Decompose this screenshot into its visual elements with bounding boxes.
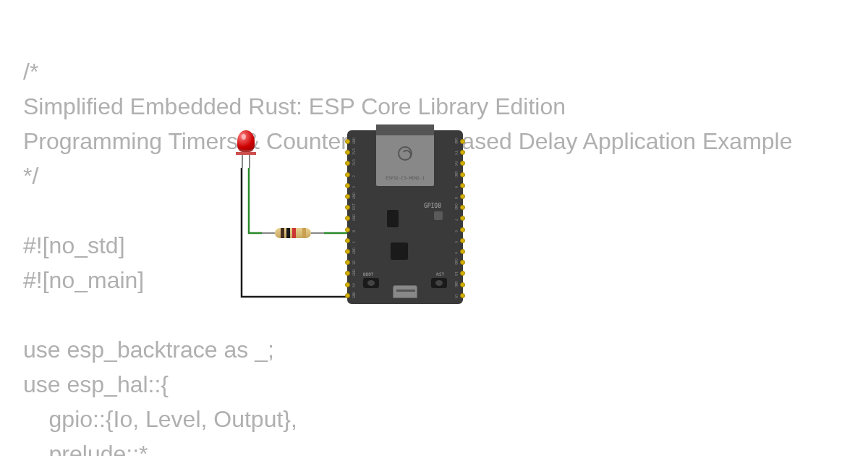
pin-right-4 (460, 183, 465, 188)
code-line-10: use esp_hal::{ (23, 371, 169, 397)
espressif-logo-icon (398, 146, 412, 161)
pin-right-label-2: RX (454, 161, 459, 166)
resistor-band-1 (281, 228, 284, 238)
pin-right-14 (460, 293, 465, 298)
pin-right-8 (460, 227, 465, 232)
usb-controller-chip (391, 242, 408, 260)
resistor-band-4 (302, 228, 306, 238)
pin-right-label-9: 5 (454, 241, 459, 243)
pin-right-12 (460, 271, 465, 276)
pin-left-label-1: 3V3 (352, 148, 356, 155)
resistor-component (275, 228, 311, 238)
pin-left-label-7: GND (352, 214, 356, 221)
pin-right-7 (460, 216, 465, 221)
code-line-7: #![no_main] (23, 267, 144, 293)
pin-left-12 (345, 271, 350, 276)
pin-left-label-5: GND (352, 193, 356, 199)
led-anode-leg (249, 155, 250, 168)
pin-right-9 (460, 238, 465, 243)
pin-right-10 (460, 249, 465, 254)
code-line-4: */ (23, 163, 38, 189)
pin-left-label-6: RST (352, 203, 356, 210)
led-component (237, 130, 256, 155)
pin-left-label-8: 0 (352, 230, 356, 232)
pin-left-0 (345, 139, 350, 144)
pin-left-label-3: 2 (352, 175, 356, 177)
led-cathode-leg (242, 155, 243, 168)
code-line-6: #![no_std] (23, 232, 125, 258)
chip-name-label: ESP32-C3-MINI-1 (376, 175, 434, 180)
pin-right-label-5: 8 (454, 197, 459, 199)
pin-left-1 (345, 150, 350, 155)
pin-left-5 (345, 194, 350, 199)
code-line-1: /* (23, 59, 38, 85)
pin-right-13 (460, 282, 465, 287)
pin-right-6 (460, 205, 465, 210)
pin-left-8 (345, 227, 350, 232)
pin-left-label-4: 3 (352, 186, 356, 188)
pin-left-9 (345, 238, 350, 243)
pin-right-label-1: TX (454, 151, 459, 155)
pin-right-11 (460, 260, 465, 265)
pin-left-label-14: GND (352, 292, 356, 298)
pin-left-13 (345, 282, 350, 287)
pin-right-label-11: GND (454, 258, 459, 265)
code-line-11: gpio::{Io, Level, Output}, (23, 406, 297, 432)
pin-right-label-8: 6 (454, 230, 459, 232)
pin-right-0 (460, 139, 465, 144)
pin-left-7 (345, 216, 350, 221)
pin-right-label-4: 9 (454, 186, 459, 188)
esp32-chip-module: ESP32-C3-MINI-1 (376, 124, 434, 186)
pin-right-label-13: GND (454, 281, 459, 287)
pin-left-label-2: 3V3 (352, 159, 356, 166)
led-bulb (237, 130, 255, 152)
pin-left-10 (345, 249, 350, 254)
circuit-diagram: ESP32-C3-MINI-1 GPIO8 BOOT RST GND3V33V3… (231, 130, 477, 318)
usb-connector (393, 285, 417, 298)
pin-right-label-3: GND (454, 171, 459, 177)
code-line-12: prelude::*, (23, 441, 154, 456)
pin-right-5 (460, 194, 465, 199)
pin-right-label-7: 7 (454, 219, 459, 221)
rst-button-label: RST (436, 271, 444, 276)
pin-left-3 (345, 172, 350, 177)
code-line-9: use esp_backtrace as _; (23, 337, 274, 363)
gpio8-led-indicator (434, 211, 443, 220)
pin-left-2 (345, 161, 350, 166)
pin-right-3 (460, 172, 465, 177)
led-base (236, 152, 256, 155)
pin-left-6 (345, 205, 350, 210)
pin-left-label-12: GND (352, 269, 356, 276)
pin-right-label-0: GND (454, 138, 459, 144)
pin-right-label-12: 18 (454, 271, 459, 276)
pin-right-2 (460, 161, 465, 166)
pin-left-label-13: 5V (352, 283, 356, 287)
pin-left-11 (345, 260, 350, 265)
code-line-2: Simplified Embedded Rust: ESP Core Libra… (23, 93, 566, 119)
pin-left-label-0: GND (352, 138, 356, 144)
reset-button[interactable] (431, 278, 447, 288)
regulator-chip (387, 210, 399, 227)
pin-left-label-11: 10 (352, 261, 356, 265)
esp32-board: ESP32-C3-MINI-1 GPIO8 BOOT RST GND3V33V3… (347, 130, 463, 304)
pin-right-1 (460, 150, 465, 155)
boot-button-label: BOOT (363, 271, 373, 276)
resistor-band-3 (292, 228, 296, 238)
pin-right-label-6: GND (454, 203, 459, 210)
pin-right-label-14: 19 (454, 294, 459, 298)
pin-right-label-10: 4 (454, 252, 459, 254)
pin-left-label-9: 1 (352, 241, 356, 243)
pin-left-4 (345, 183, 350, 188)
antenna (376, 124, 434, 135)
resistor-band-2 (286, 228, 290, 238)
pin-left-14 (345, 293, 350, 298)
pin-left-label-10: GND (352, 248, 356, 254)
boot-button[interactable] (363, 278, 379, 288)
gpio8-text-label: GPIO8 (424, 203, 441, 209)
